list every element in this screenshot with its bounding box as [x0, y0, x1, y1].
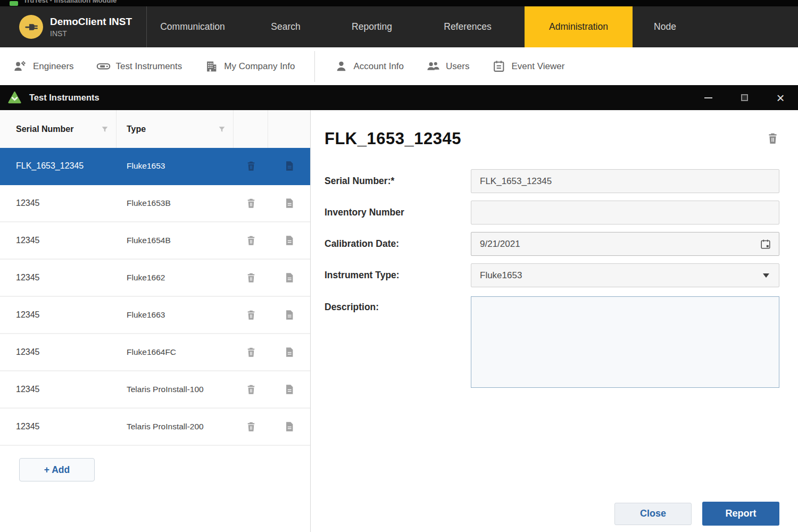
toolbar-event-viewer[interactable]: Event Viewer: [492, 60, 564, 73]
close-detail-button[interactable]: Close: [614, 503, 692, 525]
minimize-button[interactable]: [704, 93, 712, 103]
instrument-list-panel: Serial Number Type FLK_1653_12345 Fluke1…: [0, 110, 311, 532]
delete-row-button[interactable]: [234, 160, 268, 172]
table-row[interactable]: 12345 Fluke1654B: [0, 222, 310, 260]
nav-communication[interactable]: Communication: [147, 6, 238, 47]
column-header-report: [268, 110, 310, 148]
close-button[interactable]: ×: [776, 93, 785, 103]
brand-text: DemoClient INST INST: [50, 16, 132, 38]
trash-icon: [245, 420, 257, 433]
chevron-down-icon: [763, 273, 769, 278]
table-row[interactable]: 12345 Fluke1662: [0, 260, 310, 297]
document-icon: [284, 160, 295, 172]
maximize-icon: [741, 94, 748, 101]
people-icon: [426, 60, 440, 73]
nav-administration[interactable]: Administration: [525, 6, 633, 47]
delete-instrument-button[interactable]: [766, 131, 779, 146]
client-logo: [19, 15, 43, 39]
delete-row-button[interactable]: [234, 346, 268, 359]
delete-row-button[interactable]: [234, 420, 268, 433]
serial-number-label: Serial Number:*: [325, 176, 471, 187]
toolbar-test-instruments[interactable]: Test Instruments: [96, 60, 182, 73]
nav-references[interactable]: References: [411, 6, 525, 47]
row-report-button[interactable]: [268, 309, 310, 321]
nav-search[interactable]: Search: [238, 6, 333, 47]
calendar-icon[interactable]: [760, 238, 771, 250]
toolbar-test-instruments-label: Test Instruments: [116, 61, 182, 72]
table-row[interactable]: FLK_1653_12345 Fluke1653: [0, 148, 310, 185]
engineer-person-gear-icon: [13, 60, 28, 73]
serial-number-row: Serial Number:* FLK_1653_12345: [325, 169, 779, 193]
trash-icon: [766, 131, 779, 146]
detail-footer-buttons: Close Report: [614, 502, 779, 526]
toolbar-engineers[interactable]: Engineers: [13, 60, 74, 73]
document-icon: [284, 197, 295, 210]
trutest-triangle-icon: [7, 90, 22, 105]
brand-block: DemoClient INST INST: [0, 6, 147, 47]
child-window-titlebar: Test Instruments ×: [0, 85, 798, 110]
row-report-button[interactable]: [268, 271, 310, 284]
toolbar-my-company-info[interactable]: My Company Info: [204, 60, 295, 73]
calendar-list-icon: [492, 60, 506, 73]
serial-number-field[interactable]: FLK_1653_12345: [471, 169, 779, 193]
minimize-icon: [704, 97, 712, 98]
toolbar-users-label: Users: [446, 61, 469, 72]
delete-row-button[interactable]: [234, 234, 268, 247]
close-icon: ×: [776, 93, 784, 103]
table-row[interactable]: 12345 Fluke1663: [0, 297, 310, 334]
toolbar-account-info[interactable]: Account Info: [334, 60, 404, 73]
inventory-number-field[interactable]: [471, 201, 779, 225]
trash-icon: [245, 346, 257, 359]
nav-node[interactable]: Node: [633, 6, 697, 47]
document-icon: [284, 234, 295, 247]
add-instrument-button[interactable]: + Add: [19, 458, 95, 481]
description-textarea[interactable]: [471, 296, 779, 388]
window-title: TruTest - Installation Module: [23, 0, 117, 4]
delete-row-button[interactable]: [234, 309, 268, 321]
row-report-button[interactable]: [268, 197, 310, 210]
calibration-date-field[interactable]: 9/21/2021: [471, 232, 779, 256]
report-button[interactable]: Report: [702, 502, 779, 526]
trash-icon: [245, 309, 257, 321]
row-report-button[interactable]: [268, 383, 310, 396]
delete-row-button[interactable]: [234, 197, 268, 210]
trash-icon: [245, 197, 257, 210]
instrument-icon: [96, 60, 111, 73]
table-row[interactable]: 12345 Fluke1653B: [0, 185, 310, 222]
app-mini-icon: [10, 1, 18, 6]
document-icon: [284, 271, 295, 284]
nav-reporting[interactable]: Reporting: [333, 6, 411, 47]
delete-row-button[interactable]: [234, 383, 268, 396]
toolbar-users[interactable]: Users: [426, 60, 469, 73]
maximize-button[interactable]: [740, 93, 749, 103]
filter-icon[interactable]: [218, 125, 226, 134]
column-header-type: Type: [117, 110, 234, 148]
row-report-button[interactable]: [268, 420, 310, 433]
instrument-type-dropdown[interactable]: Fluke1653: [471, 263, 779, 287]
window-controls: ×: [676, 93, 785, 103]
calibration-date-label: Calibration Date:: [325, 238, 471, 250]
row-report-button[interactable]: [268, 234, 310, 247]
toolbar-my-company-info-label: My Company Info: [224, 61, 295, 72]
column-header-serial-number: Serial Number: [0, 110, 117, 148]
app-header: DemoClient INST INST Communication Searc…: [0, 6, 798, 47]
table-row[interactable]: 12345 Telaris ProInstall-100: [0, 371, 310, 409]
description-label: Description:: [325, 296, 471, 313]
delete-row-button[interactable]: [234, 271, 268, 284]
column-header-delete: [234, 110, 268, 148]
table-header: Serial Number Type: [0, 110, 310, 148]
instrument-type-label: Instrument Type:: [325, 270, 471, 281]
toolbar-engineers-label: Engineers: [33, 61, 74, 72]
client-name: DemoClient INST: [50, 16, 132, 28]
trash-icon: [245, 234, 257, 247]
filter-icon[interactable]: [101, 125, 109, 134]
table-row[interactable]: 12345 Telaris ProInstall-200: [0, 409, 310, 446]
child-window-title: Test Instruments: [29, 93, 99, 103]
inventory-number-label: Inventory Number: [325, 207, 471, 218]
calibration-date-row: Calibration Date: 9/21/2021: [325, 232, 779, 256]
table-row[interactable]: 12345 Fluke1664FC: [0, 334, 310, 371]
detail-title: FLK_1653_12345: [325, 129, 461, 148]
row-report-button[interactable]: [268, 160, 310, 172]
trash-icon: [245, 160, 257, 172]
row-report-button[interactable]: [268, 346, 310, 359]
